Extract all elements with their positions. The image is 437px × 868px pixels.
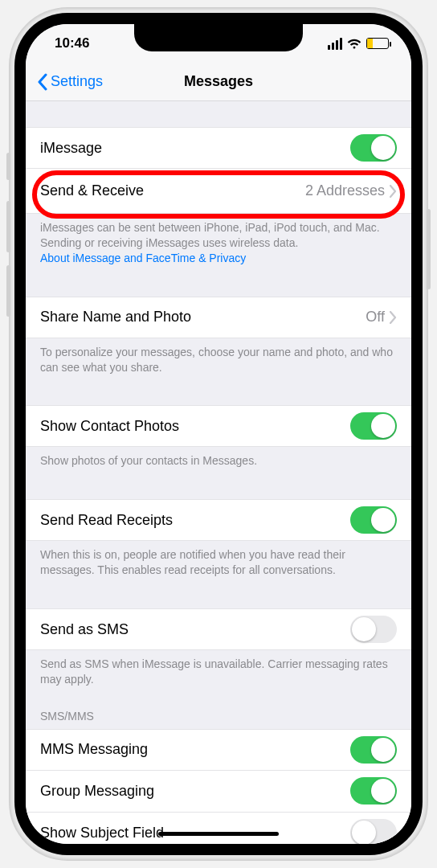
power-button: [427, 209, 431, 289]
battery-icon: [366, 38, 389, 49]
toggle-contact-photos[interactable]: [350, 412, 397, 440]
row-mms-messaging[interactable]: MMS Messaging: [26, 729, 411, 771]
row-label: Share Name and Photo: [40, 309, 191, 326]
footer-read-receipts: When this is on, people are notified whe…: [26, 541, 411, 583]
row-imessage[interactable]: iMessage: [26, 127, 411, 169]
row-value: 2 Addresses: [305, 182, 385, 199]
nav-header: Settings Messages: [26, 63, 411, 101]
row-send-as-sms[interactable]: Send as SMS: [26, 608, 411, 650]
volume-up-button: [6, 201, 10, 252]
toggle-mms[interactable]: [350, 736, 397, 764]
about-imessage-link[interactable]: About iMessage and FaceTime & Privacy: [40, 252, 246, 264]
status-time: 10:46: [55, 35, 89, 51]
footer-send-sms: Send as SMS when iMessage is unavailable…: [26, 650, 411, 692]
row-label: Show Contact Photos: [40, 418, 179, 435]
volume-down-button: [6, 265, 10, 317]
footer-contact-photos: Show photos of your contacts in Messages…: [26, 447, 411, 473]
toggle-group[interactable]: [350, 777, 397, 805]
row-label: iMessage: [40, 140, 102, 157]
row-group-messaging[interactable]: Group Messaging: [26, 771, 411, 813]
cellular-signal-icon: [328, 38, 342, 50]
mute-switch: [6, 153, 10, 180]
toggle-send-sms[interactable]: [350, 616, 397, 643]
row-send-read-receipts[interactable]: Send Read Receipts: [26, 499, 411, 541]
row-label: Send Read Receipts: [40, 512, 173, 529]
page-title: Messages: [184, 73, 253, 90]
row-value: Off: [366, 309, 385, 326]
chevron-left-icon: [37, 73, 47, 91]
row-show-contact-photos[interactable]: Show Contact Photos: [26, 405, 411, 447]
toggle-subject[interactable]: [350, 819, 397, 844]
toggle-read-receipts[interactable]: [350, 506, 397, 534]
row-label: Group Messaging: [40, 783, 154, 800]
row-show-subject-field[interactable]: Show Subject Field: [26, 813, 411, 844]
back-label: Settings: [51, 73, 103, 90]
chevron-right-icon: [390, 311, 397, 324]
wifi-icon: [347, 38, 361, 49]
footer-imessage: iMessages can be sent between iPhone, iP…: [26, 214, 411, 271]
notch: [134, 24, 303, 51]
row-label: Send & Receive: [40, 182, 144, 199]
home-indicator[interactable]: [158, 832, 279, 836]
row-label: Send as SMS: [40, 621, 129, 638]
row-label: Show Subject Field: [40, 825, 164, 841]
chevron-right-icon: [390, 185, 397, 198]
section-header-sms-mms: SMS/MMS: [26, 692, 411, 729]
row-label: MMS Messaging: [40, 741, 148, 758]
battery-fill: [367, 39, 373, 48]
row-send-receive[interactable]: Send & Receive 2 Addresses: [26, 169, 411, 214]
phone-frame: 10:46 Settings: [10, 8, 427, 860]
content-scroll[interactable]: iMessage Send & Receive 2 Addresses iMes…: [26, 101, 411, 844]
screen: 10:46 Settings: [26, 24, 411, 844]
footer-text: iMessages can be sent between iPhone, iP…: [40, 221, 380, 249]
toggle-imessage[interactable]: [350, 134, 397, 162]
row-share-name-photo[interactable]: Share Name and Photo Off: [26, 297, 411, 338]
back-button[interactable]: Settings: [37, 73, 103, 91]
footer-share: To personalize your messages, choose you…: [26, 338, 411, 380]
